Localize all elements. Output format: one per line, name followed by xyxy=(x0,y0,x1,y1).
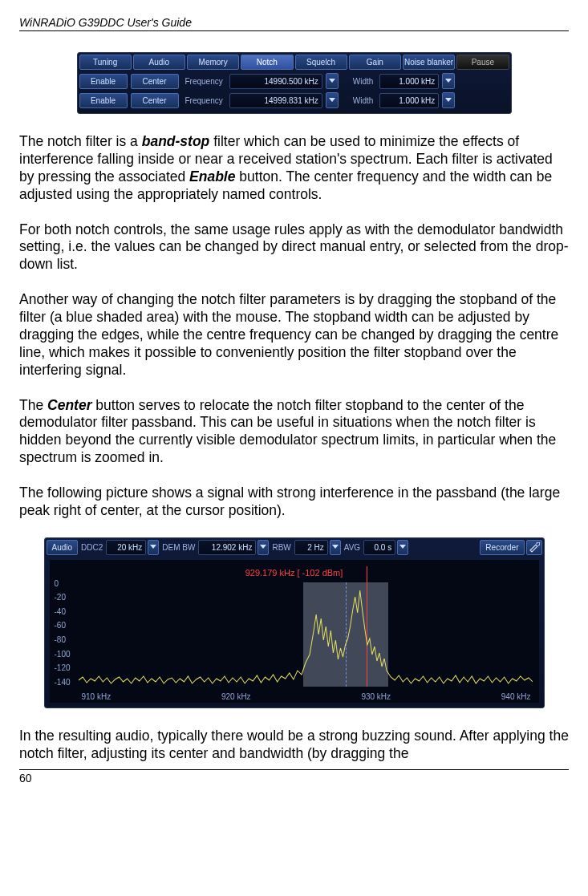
page-number: 60 xyxy=(19,769,569,785)
tab-memory[interactable]: Memory xyxy=(187,55,239,70)
avg-dropdown[interactable] xyxy=(397,540,408,555)
spectrum-toolbar: Audio DDC2 20 kHz DEM BW 12.902 kHz RBW … xyxy=(47,540,542,555)
center-button[interactable]: Center xyxy=(131,93,179,108)
width-dropdown[interactable] xyxy=(442,73,455,89)
spectrum-display[interactable]: 929.179 kHz [ -102 dBm] 0 -20 -40 -60 -8… xyxy=(50,560,539,703)
y-tick: -100 xyxy=(55,650,71,659)
body-paragraph: The notch filter is a band-stop filter w… xyxy=(19,133,569,204)
dembw-dropdown[interactable] xyxy=(258,540,269,555)
recorder-button[interactable]: Recorder xyxy=(480,540,524,555)
tab-squelch[interactable]: Squelch xyxy=(295,55,347,70)
frequency-input[interactable]: 14990.500 kHz xyxy=(229,74,322,89)
width-label: Width xyxy=(350,96,377,105)
rbw-dropdown[interactable] xyxy=(330,540,341,555)
frequency-label: Frequency xyxy=(182,77,226,86)
ddc2-dropdown[interactable] xyxy=(148,540,159,555)
text-bold: band-stop xyxy=(142,133,210,149)
avg-label: AVG xyxy=(343,543,362,552)
body-paragraph: For both notch controls, the same usage … xyxy=(19,221,569,274)
x-axis: 910 kHz 920 kHz 930 kHz 940 kHz xyxy=(82,692,531,701)
audio-button[interactable]: Audio xyxy=(47,540,79,555)
text: The notch filter is a xyxy=(19,133,142,149)
body-paragraph: The Center button serves to relocate the… xyxy=(19,397,569,468)
page-header: WiNRADiO G39DDC User's Guide xyxy=(19,16,569,31)
avg-input[interactable]: 0.0 s xyxy=(363,540,395,555)
spectrum-trace xyxy=(79,582,533,687)
text: The xyxy=(19,397,47,413)
tab-noise-blanker[interactable]: Noise blanker xyxy=(403,55,455,70)
x-tick: 910 kHz xyxy=(82,692,112,701)
x-tick: 920 kHz xyxy=(221,692,251,701)
y-tick: -60 xyxy=(55,621,71,630)
rbw-label: RBW xyxy=(270,543,292,552)
body-paragraph: Another way of changing the notch filter… xyxy=(19,291,569,379)
y-tick: 0 xyxy=(55,579,71,588)
dembw-label: DEM BW xyxy=(160,543,197,552)
y-tick: -140 xyxy=(55,678,71,687)
frequency-input[interactable]: 14999.831 kHz xyxy=(229,93,322,108)
enable-button[interactable]: Enable xyxy=(79,93,128,108)
notch-row-2: Enable Center Frequency 14999.831 kHz Wi… xyxy=(79,92,509,108)
tab-notch[interactable]: Notch xyxy=(241,55,293,70)
frequency-dropdown[interactable] xyxy=(326,73,339,89)
settings-icon[interactable] xyxy=(526,540,542,555)
text-bold: Enable xyxy=(189,168,235,184)
tab-pause[interactable]: Pause xyxy=(456,55,509,70)
tab-audio[interactable]: Audio xyxy=(133,55,185,70)
notch-panel: Tuning Audio Memory Notch Squelch Gain N… xyxy=(77,52,512,114)
enable-button[interactable]: Enable xyxy=(79,74,128,89)
y-tick: -40 xyxy=(55,607,71,616)
spectrum-panel: Audio DDC2 20 kHz DEM BW 12.902 kHz RBW … xyxy=(44,537,545,708)
frequency-dropdown[interactable] xyxy=(326,92,339,108)
body-paragraph: The following picture shows a signal wit… xyxy=(19,484,569,520)
tab-gain[interactable]: Gain xyxy=(349,55,401,70)
tab-tuning[interactable]: Tuning xyxy=(79,55,132,70)
text-bold: Center xyxy=(47,397,91,413)
notch-row-1: Enable Center Frequency 14990.500 kHz Wi… xyxy=(79,73,509,89)
center-button[interactable]: Center xyxy=(131,74,179,89)
x-tick: 930 kHz xyxy=(361,692,391,701)
rbw-input[interactable]: 2 Hz xyxy=(294,540,328,555)
y-axis: 0 -20 -40 -60 -80 -100 -120 -140 xyxy=(55,579,71,687)
y-tick: -20 xyxy=(55,593,71,602)
tab-row: Tuning Audio Memory Notch Squelch Gain N… xyxy=(79,55,509,70)
y-tick: -120 xyxy=(55,663,71,672)
x-tick: 940 kHz xyxy=(501,692,531,701)
body-paragraph: In the resulting audio, typically there … xyxy=(19,728,569,763)
text: button serves to relocate the notch filt… xyxy=(19,397,556,466)
y-tick: -80 xyxy=(55,635,71,644)
width-dropdown[interactable] xyxy=(442,92,455,108)
cursor-readout: 929.179 kHz [ -102 dBm] xyxy=(245,568,343,578)
width-label: Width xyxy=(350,77,377,86)
ddc2-input[interactable]: 20 kHz xyxy=(106,540,146,555)
width-input[interactable]: 1.000 kHz xyxy=(379,93,439,108)
dembw-input[interactable]: 12.902 kHz xyxy=(198,540,256,555)
ddc2-label: DDC2 xyxy=(79,543,104,552)
frequency-label: Frequency xyxy=(182,96,226,105)
width-input[interactable]: 1.000 kHz xyxy=(379,74,439,89)
